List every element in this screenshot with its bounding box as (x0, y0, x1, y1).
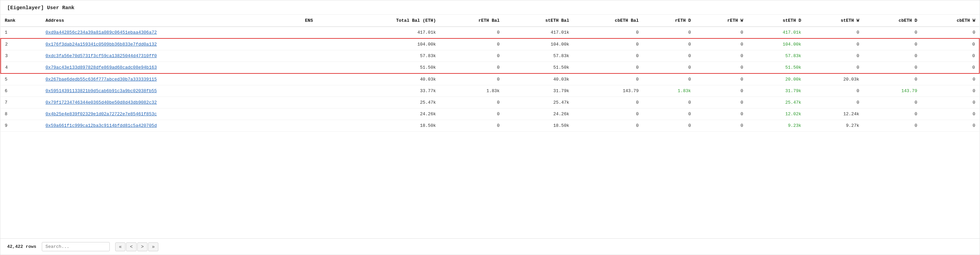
cell-rank: 9 (1, 120, 41, 132)
cell-reth_bal: 0 (440, 27, 504, 39)
cell-reth_d: 0 (643, 108, 695, 120)
footer-bar: 42,422 rows « < > » (0, 238, 980, 255)
col-header-total_bal: Total Bal (ETH) (336, 14, 440, 27)
col-header-cbeth_w: cbETH W (921, 14, 979, 27)
col-header-address: Address (41, 14, 301, 27)
cell-ens (301, 38, 336, 50)
table-container: RankAddressENSTotal Bal (ETH)rETH BalstE… (0, 14, 980, 238)
first-page-button[interactable]: « (115, 242, 126, 251)
cell-cbeth_d: 0 (864, 120, 921, 132)
cell-reth_w: 0 (695, 62, 747, 74)
table-row: 50x267bae6dedb55c636f777abced30b7a333339… (1, 73, 979, 85)
cell-reth_d: 0 (643, 50, 695, 62)
cell-steth_w: 9.27k (805, 120, 864, 132)
cell-ens (301, 97, 336, 108)
cell-total_bal: 24.26k (336, 108, 440, 120)
cell-steth_d: 57.83k (747, 50, 805, 62)
cell-rank: 1 (1, 27, 41, 39)
table-row: 90x59a661f1c999ca12ba3c9114bfdd81c5a4207… (1, 120, 979, 132)
cell-total_bal: 25.47k (336, 97, 440, 108)
address-link[interactable]: 0xd9a442856c234a39a81a089c06451ebaa4306a… (46, 30, 157, 35)
cell-reth_d: 1.83k (643, 85, 695, 97)
cell-ens (301, 62, 336, 74)
page-title: [Eigenlayer] User Rank (0, 0, 980, 14)
cell-rank: 5 (1, 73, 41, 85)
next-page-button[interactable]: > (137, 242, 148, 251)
cell-address: 0x59514391133821b9d5cab6b91c3a9bc02038fb… (41, 85, 301, 97)
col-header-ens: ENS (301, 14, 336, 27)
cell-reth_w: 0 (695, 50, 747, 62)
cell-address: 0xd9a442856c234a39a81a089c06451ebaa4306a… (41, 27, 301, 39)
search-input[interactable] (42, 242, 110, 251)
cell-cbeth_bal: 0 (573, 73, 643, 85)
cell-steth_d: 12.02k (747, 108, 805, 120)
cell-ens (301, 73, 336, 85)
table-row: 30xdc3fa56e70d5731f3cf59ca13825044d47310… (1, 50, 979, 62)
cell-rank: 3 (1, 50, 41, 62)
cell-reth_d: 0 (643, 27, 695, 39)
cell-ens (301, 50, 336, 62)
table-header: RankAddressENSTotal Bal (ETH)rETH BalstE… (1, 14, 979, 27)
cell-cbeth_d: 0 (864, 73, 921, 85)
col-header-steth_w: stETH W (805, 14, 864, 27)
cell-reth_w: 0 (695, 120, 747, 132)
cell-reth_bal: 0 (440, 108, 504, 120)
prev-page-button[interactable]: < (126, 242, 136, 251)
cell-cbeth_bal: 0 (573, 120, 643, 132)
table-row: 80x4b25e4e839f02329e1d02a72722e7e85461f8… (1, 108, 979, 120)
cell-cbeth_w: 0 (921, 73, 979, 85)
address-link[interactable]: 0x79f17234746344e0365d40be50d8d43db9082c… (46, 100, 157, 105)
cell-total_bal: 40.03k (336, 73, 440, 85)
cell-reth_w: 0 (695, 97, 747, 108)
cell-ens (301, 120, 336, 132)
col-header-reth_bal: rETH Bal (440, 14, 504, 27)
cell-steth_bal: 31.79k (504, 85, 573, 97)
cell-steth_w: 0 (805, 85, 864, 97)
address-link[interactable]: 0x176f3dab24a159341c0509bb36b833e7fdd0a1… (46, 42, 157, 47)
cell-cbeth_w: 0 (921, 27, 979, 39)
cell-steth_bal: 25.47k (504, 97, 573, 108)
address-link[interactable]: 0x79ac43e133d897828dfe869ad68cadc08e94b1… (46, 65, 157, 70)
cell-address: 0x4b25e4e839f02329e1d02a72722e7e85461f85… (41, 108, 301, 120)
cell-steth_d: 25.47k (747, 97, 805, 108)
cell-steth_bal: 40.03k (504, 73, 573, 85)
col-header-rank: Rank (1, 14, 41, 27)
cell-steth_d: 417.01k (747, 27, 805, 39)
cell-reth_w: 0 (695, 73, 747, 85)
cell-rank: 4 (1, 62, 41, 74)
cell-cbeth_w: 0 (921, 85, 979, 97)
cell-steth_d: 104.00k (747, 38, 805, 50)
address-link[interactable]: 0xdc3fa56e70d5731f3cf59ca13825044d47310f… (46, 53, 157, 59)
cell-total_bal: 57.83k (336, 50, 440, 62)
cell-total_bal: 51.50k (336, 62, 440, 74)
cell-cbeth_w: 0 (921, 108, 979, 120)
address-link[interactable]: 0x59a661f1c999ca12ba3c9114bfdd81c5a42070… (46, 123, 157, 128)
cell-steth_w: 0 (805, 27, 864, 39)
cell-reth_w: 0 (695, 85, 747, 97)
address-link[interactable]: 0x59514391133821b9d5cab6b91c3a9bc02038fb… (46, 88, 157, 94)
cell-cbeth_bal: 0 (573, 108, 643, 120)
cell-reth_w: 0 (695, 108, 747, 120)
pagination-controls: « < > » (115, 242, 159, 251)
cell-cbeth_bal: 0 (573, 27, 643, 39)
last-page-button[interactable]: » (148, 242, 158, 251)
cell-ens (301, 27, 336, 39)
cell-reth_d: 0 (643, 120, 695, 132)
cell-cbeth_w: 0 (921, 97, 979, 108)
cell-rank: 8 (1, 108, 41, 120)
cell-steth_w: 0 (805, 62, 864, 74)
cell-cbeth_d: 0 (864, 38, 921, 50)
cell-reth_d: 0 (643, 97, 695, 108)
cell-ens (301, 108, 336, 120)
cell-address: 0x79ac43e133d897828dfe869ad68cadc08e94b1… (41, 62, 301, 74)
cell-steth_d: 51.50k (747, 62, 805, 74)
address-link[interactable]: 0x267bae6dedb55c636f777abced30b7a3333391… (46, 77, 157, 82)
address-link[interactable]: 0x4b25e4e839f02329e1d02a72722e7e85461f85… (46, 112, 157, 116)
cell-reth_bal: 0 (440, 73, 504, 85)
cell-reth_d: 0 (643, 62, 695, 74)
cell-cbeth_d: 143.79 (864, 85, 921, 97)
cell-address: 0x79f17234746344e0365d40be50d8d43db9082c… (41, 97, 301, 108)
cell-reth_w: 0 (695, 38, 747, 50)
col-header-steth_bal: stETH Bal (504, 14, 573, 27)
cell-address: 0x59a661f1c999ca12ba3c9114bfdd81c5a42070… (41, 120, 301, 132)
